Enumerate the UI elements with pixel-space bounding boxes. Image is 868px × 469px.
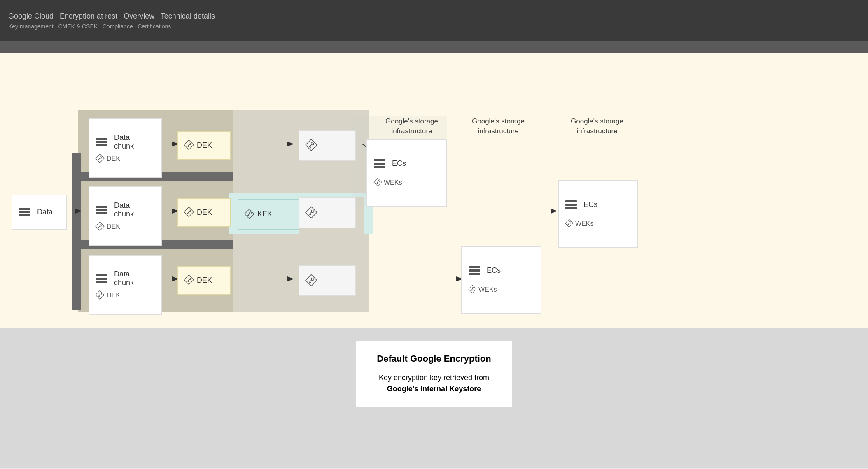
subtoolbar (0, 41, 868, 53)
dek-box-2: ⚿ DEK (177, 198, 231, 227)
ek1-row: ⚿ (306, 139, 317, 152)
data-box-content: Data (19, 208, 53, 216)
dc2-key: ⚿ DEK (96, 222, 120, 231)
ecs3-label: ECs (583, 200, 597, 209)
dc1-key: ⚿ DEK (96, 154, 120, 163)
infra-label-3: Google's storageinfrastructure (552, 116, 642, 136)
dc1-label: Datachunk (114, 133, 134, 151)
weks1-label: ⚿ WEKs (374, 178, 402, 187)
ecs-weks-3: ECs ⚿ WEKs (558, 180, 638, 248)
kek-row: ⚿ KEK (245, 209, 272, 220)
legend-box: Default Google Encryption Key encryption… (356, 341, 512, 407)
legend-emphasis: Google's internal Keystore (387, 385, 481, 393)
ek2-row: ⚿ (306, 207, 317, 219)
ek3-row: ⚿ (306, 274, 317, 287)
weks2-label: ⚿ WEKs (469, 285, 497, 294)
toolbar-section-1: Google Cloud Encryption at rest Overview… (8, 12, 215, 29)
ecs2-db-icon (469, 266, 480, 275)
dek3-label: DEK (197, 276, 212, 285)
dc3-label: Datachunk (114, 270, 134, 287)
data-chunk-2: Datachunk ⚿ DEK (89, 186, 162, 246)
ecs3-db-icon (565, 200, 577, 209)
ecs1-db-icon (374, 159, 385, 168)
dek-box-1: ⚿ DEK (177, 131, 231, 160)
dc2-db-icon (96, 206, 107, 214)
toolbar-text-1: Google Cloud Encryption at rest Overview… (8, 12, 215, 21)
data-db-icon (19, 208, 30, 216)
dc3-key: ⚿ DEK (96, 290, 120, 300)
weks3-label: ⚿ WEKs (565, 219, 593, 228)
dc2-label: Datachunk (114, 201, 134, 218)
enc-key-1: ⚿ (299, 130, 356, 161)
dc3-row: Datachunk (96, 270, 134, 287)
infra-label-1: Google's storage infrastructure (366, 116, 457, 136)
infra-label-2: Google's storageinfrastructure (453, 116, 544, 136)
legend-area: Default Google Encryption Key encryption… (0, 328, 868, 468)
ecs-weks-2: ECs ⚿ WEKs (461, 246, 541, 314)
data-chunk-1: Datachunk ⚿ DEK (89, 118, 162, 178)
dek-box-3: ⚿ DEK (177, 266, 231, 295)
dek1-label: DEK (197, 141, 212, 150)
ecs3-row: ECs (565, 200, 597, 209)
dc2-row: Datachunk (96, 201, 134, 218)
dek3-row: ⚿ DEK (184, 275, 212, 286)
dc1-row: Datachunk (96, 133, 134, 151)
svg-rect-3 (72, 153, 81, 310)
ecs1-label: ECs (392, 159, 406, 168)
kek-label: KEK (257, 210, 272, 218)
data-box: Data (12, 195, 67, 230)
dek2-row: ⚿ DEK (184, 207, 212, 218)
data-chunk-3: Datachunk ⚿ DEK (89, 255, 162, 315)
dc1-db-icon (96, 138, 107, 146)
dek2-label: DEK (197, 208, 212, 217)
dek1-row: ⚿ DEK (184, 140, 212, 151)
toolbar: Google Cloud Encryption at rest Overview… (0, 0, 868, 41)
data-label: Data (37, 208, 53, 216)
legend-title: Default Google Encryption (377, 353, 491, 364)
enc-key-2: ⚿ (299, 197, 356, 228)
ecs2-label: ECs (487, 266, 501, 275)
legend-description: Key encryption key retrieved from Google… (377, 372, 491, 395)
enc-key-3: ⚿ (299, 265, 356, 296)
dc3-db-icon (96, 274, 107, 283)
ecs-weks-1: ECs ⚿ WEKs (366, 139, 447, 207)
kek-box: ⚿ KEK (238, 199, 299, 230)
ecs1-row: ECs (374, 159, 406, 168)
toolbar-subtext-1: Key management CMEK & CSEK Compliance Ce… (8, 23, 215, 30)
ecs2-row: ECs (469, 266, 501, 275)
diagram-area: Data Datachunk ⚿ DEK Datachunk (0, 53, 868, 328)
